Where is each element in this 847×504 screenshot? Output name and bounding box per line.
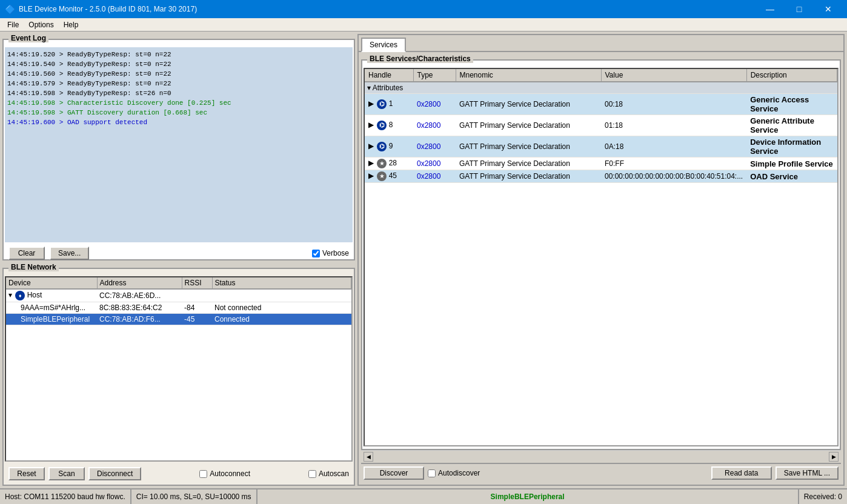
autodiscover-text: Autodiscover [438,469,480,477]
reset-button[interactable]: Reset [8,467,45,480]
desc-cell: Generic Attribute Service [746,115,837,136]
host-info-segment: Host: COM11 115200 baud hw flowc. [0,489,131,504]
nav-left-button[interactable]: ◀ [364,452,373,462]
autoconnect-checkbox[interactable] [199,470,207,478]
autoscan-checkbox[interactable] [308,470,316,478]
network-table: Device Address RSSI Status ▾ ⬧ Host [6,277,351,325]
collapse-arrow[interactable]: ▾ [367,84,371,92]
services-panel: BLE Services/Characteristics Handle Type… [359,52,843,485]
window-title: BLE Device Monitor - 2.5.0 (Build ID 801… [19,5,197,13]
service-row[interactable]: ▶ ⌬ 1 0x2800 GATT Primary Service Declar… [365,94,837,115]
mnenomic-cell: GATT Primary Service Declaration [456,115,601,136]
autoconnect-label[interactable]: Autoconnect [199,469,250,478]
ble-services-group: BLE Services/Characteristics Handle Type… [361,59,841,450]
desc-cell: Simple Profile Service [746,158,837,170]
col-value-header: Value [601,69,746,82]
expand-icon[interactable]: ▶ [368,121,374,129]
service-row[interactable]: ▶ ⌬ 9 0x2800 GATT Primary Service Declar… [365,136,837,158]
device-name-cell: Host [27,291,42,299]
service-row[interactable]: ▶ ⌬ 8 0x2800 GATT Primary Service Declar… [365,115,837,136]
service-row[interactable]: ▶ ★ 45 0x2800 GATT Primary Service Decla… [365,170,837,183]
event-log-title: Event Log [8,34,48,42]
handle-cell: ▶ ⌬ 1 [365,94,413,115]
menu-options[interactable]: Options [24,19,58,30]
autoscan-label[interactable]: Autoscan [308,469,349,478]
rssi-cell: -84 [182,302,212,314]
ble-network-group: BLE Network Device Address RSSI Status [2,268,355,486]
handle-cell: ▶ ⌬ 8 [365,115,413,136]
handle-cell: ▶ ★ 45 [365,170,413,183]
bt-icon: ⬧ [15,291,25,300]
value-cell: 0A:18 [601,136,746,158]
status-cell: Not connected [212,302,351,314]
table-row[interactable]: ▾ ⬧ Host CC:78:AB:AE:6D... [6,289,351,302]
attributes-row[interactable]: ▾ Attributes [365,82,837,94]
nav-right-button[interactable]: ▶ [829,452,839,462]
event-log-footer: Clear Save... Verbose [4,244,354,263]
address-cell: CC:78:AB:AD:F6... [97,314,182,325]
desc-cell: Device Information Service [746,136,837,158]
rssi-cell [182,289,212,302]
menu-help[interactable]: Help [59,19,84,30]
value-cell: 00:18 [601,94,746,115]
menu-file[interactable]: File [2,19,24,30]
value-cell: 01:18 [601,115,746,136]
ble-services-title: BLE Services/Characteristics [367,55,473,63]
clear-button[interactable]: Clear [8,247,45,260]
expand-icon[interactable]: ▶ [368,159,374,167]
scan-button[interactable]: Scan [48,467,85,480]
log-line: 14:45:19.598 > GATT Discovery duration [… [7,108,350,118]
bt-blue-icon: ⌬ [377,142,387,151]
close-button[interactable]: ✕ [814,0,842,18]
maximize-button[interactable]: □ [785,0,813,18]
discover-button[interactable]: Discover [364,466,424,480]
log-line: 14:45:19.598 > Characteristic Discovery … [7,98,350,108]
table-row[interactable]: SimpleBLEPeripheral CC:78:AB:AD:F6... -4… [6,314,351,325]
save-button[interactable]: Save... [50,247,89,260]
col-device: Device [6,277,97,289]
rssi-cell: -45 [182,314,212,325]
expand-icon[interactable]: ▶ [368,171,374,180]
bt-blue-icon: ⌬ [377,121,387,130]
attributes-cell: ▾ Attributes [365,82,837,94]
services-table: Handle Type Mnenomic Value Description [365,69,837,183]
host-info-text: Host: COM11 115200 baud hw flowc. [5,492,125,501]
handle-value: 9 [389,142,393,150]
disconnect-button[interactable]: Disconnect [88,467,141,480]
tab-services[interactable]: Services [361,38,406,52]
verbose-label: Verbose [322,249,349,257]
network-footer: Reset Scan Disconnect Autoconnect Autosc… [4,463,354,485]
mnenomic-cell: GATT Primary Service Declaration [456,170,601,183]
received-segment: Received: 0 [799,489,847,504]
title-bar-controls: — □ ✕ [756,0,842,18]
event-log-scroll[interactable]: 14:45:19.520 > ReadyByTypeResp: st=0 n=2… [5,47,353,242]
services-footer: Discover Autodiscover Read data Save HTM… [361,463,841,482]
services-scroll[interactable]: Handle Type Mnenomic Value Description [365,69,837,445]
service-row[interactable]: ▶ ★ 28 0x2800 GATT Primary Service Decla… [365,158,837,170]
right-panel: Services BLE Services/Characteristics Ha… [357,34,845,486]
handle-value: 28 [389,159,397,167]
expand-icon[interactable]: ▶ [368,99,374,108]
device-cell: SimpleBLEPeripheral [6,314,97,325]
menu-bar: File Options Help [0,18,847,31]
main-content: Event Log 14:45:19.520 > ReadyByTypeResp… [0,31,847,488]
status-bar: Host: COM11 115200 baud hw flowc. CI= 10… [0,488,847,504]
minimize-button[interactable]: — [756,0,784,18]
device-cell: ▾ ⬧ Host [6,289,97,302]
autodiscover-label[interactable]: Autodiscover [428,469,480,477]
device-name-text: SimpleBLEPeripheral [491,492,565,501]
table-row[interactable]: 9AAA=mS#*AHrlg... 8C:8B:83:3E:64:C2 -84 … [6,302,351,314]
expand-icon[interactable]: ▶ [368,142,374,150]
attributes-label: Attributes [373,84,404,92]
verbose-checkbox[interactable] [312,250,320,257]
autodiscover-checkbox[interactable] [428,469,436,477]
save-html-button[interactable]: Save HTML ... [776,466,839,480]
connection-info-segment: CI= 10.00 ms, SL=0, SU=10000 ms [131,489,257,504]
autoconnect-text: Autoconnect [210,469,250,478]
handle-cell: ▶ ★ 28 [365,158,413,170]
value-cell: F0:FF [601,158,746,170]
verbose-checkbox-label[interactable]: Verbose [312,249,349,257]
expand-arrow[interactable]: ▾ [8,291,12,299]
read-data-button[interactable]: Read data [711,466,772,480]
log-line: 14:45:19.579 > ReadyByTypeResp: st=0 n=2… [7,79,350,88]
